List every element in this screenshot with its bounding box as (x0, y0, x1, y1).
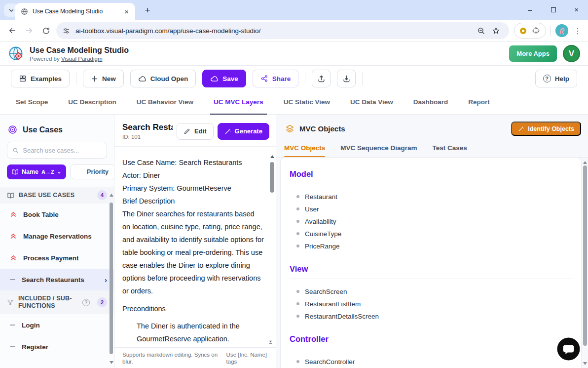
user-avatar[interactable]: V (563, 45, 580, 62)
visual-paradigm-link[interactable]: Visual Paradigm (61, 56, 103, 62)
forward-button[interactable] (21, 22, 37, 39)
description-line: Actor: Diner (122, 169, 264, 182)
high-priority-icon (10, 254, 17, 261)
use-case-id: ID: 101 (122, 134, 173, 140)
use-case-item-search-restaurants[interactable]: Search Restaurants › (0, 269, 114, 290)
controller-object-list: SearchController LocationService Restaur… (290, 356, 572, 368)
new-tab-button[interactable]: + (141, 4, 154, 17)
identify-objects-button[interactable]: Identify Objects (511, 122, 581, 136)
tab-dashboard[interactable]: Dashboard (413, 98, 448, 114)
zoom-button[interactable] (474, 23, 488, 38)
target-icon (8, 125, 17, 134)
share-button[interactable]: Share (253, 70, 299, 87)
search-box[interactable] (7, 142, 107, 159)
back-button[interactable] (4, 22, 21, 39)
mvc-objects-panel: MVC Objects Identify Objects MVC Objects… (276, 115, 588, 368)
scroll-to-bottom-button[interactable] (268, 339, 273, 345)
window-minimize-button[interactable]: – (518, 0, 542, 20)
included-subfunctions-header[interactable]: INCLUDED / SUB-FUNCTIONS ? 2 (0, 290, 114, 314)
use-case-description-editor[interactable]: Use Case Name: Search Restaurants Actor:… (114, 154, 268, 347)
scroll-up-icon[interactable] (583, 161, 587, 164)
magic-wand-icon (518, 125, 524, 132)
use-case-item-register[interactable]: Register (0, 336, 114, 358)
url-bar[interactable]: ai-toolbox.visual-paradigm.com/app/use-c… (56, 22, 509, 39)
tab-report[interactable]: Report (468, 98, 490, 114)
reload-button[interactable] (37, 22, 54, 39)
search-icon (12, 147, 19, 154)
download-button[interactable] (337, 70, 356, 87)
window-maximize-button[interactable] (542, 0, 565, 20)
sort-by-name-button[interactable]: Name A→Z ⌄ (7, 164, 66, 179)
use-case-item-login[interactable]: Login (0, 314, 114, 336)
tab-close-icon[interactable]: × (123, 7, 130, 16)
scroll-down-icon[interactable] (110, 361, 113, 364)
search-input[interactable] (23, 147, 102, 154)
section-divider (290, 279, 572, 279)
use-case-detail-panel: Search Resta ID: 101 Edit Generate Use C… (114, 115, 276, 368)
bookmark-button[interactable] (488, 23, 503, 38)
use-case-label: Process Payment (23, 254, 79, 262)
tab-set-scope[interactable]: Set Scope (16, 98, 48, 114)
tab-mvc-sequence-diagram[interactable]: MVC Sequence Diagram (340, 141, 417, 157)
precondition-item: The Diner is authenticated in the Gourme… (122, 320, 264, 345)
chevron-right-icon: › (105, 276, 107, 284)
tab-mvc-objects[interactable]: MVC Objects (284, 141, 325, 157)
scrollbar-thumb[interactable] (270, 162, 274, 193)
base-use-cases-header[interactable]: BASE USE CASES 4 (0, 187, 114, 204)
chat-widget-button[interactable] (557, 337, 580, 361)
scrollbar-thumb[interactable] (583, 165, 587, 346)
identify-objects-label: Identify Objects (528, 125, 574, 132)
share-icon (260, 75, 268, 82)
tab-uc-data-view[interactable]: UC Data View (350, 98, 393, 114)
download-icon (342, 75, 351, 83)
mvc-objects-card: Model Restaurant User Availability Cuisi… (280, 157, 582, 368)
browser-tab[interactable]: Use Case Modeling Studio × (15, 3, 135, 20)
extension-badge-icon[interactable] (520, 28, 526, 34)
high-priority-icon (10, 233, 17, 240)
description-scrollbar[interactable] (268, 154, 276, 347)
mvc-scrollbar[interactable] (583, 157, 588, 368)
magic-wand-icon (224, 128, 231, 135)
controller-section-heading: Controller (290, 334, 572, 344)
sort-by-priority-button[interactable]: Priority (70, 164, 114, 179)
window-close-button[interactable]: × (565, 0, 588, 20)
powered-by-text: Powered by (30, 56, 60, 62)
new-label: New (102, 75, 116, 82)
tab-test-cases[interactable]: Test Cases (433, 141, 467, 157)
scroll-down-icon[interactable] (583, 362, 587, 365)
mvc-tabs: MVC Objects MVC Sequence Diagram Test Ca… (276, 141, 588, 158)
use-case-item-manage-reservations[interactable]: Manage Reservations (0, 225, 114, 247)
browser-menu-button[interactable]: ⋮ (571, 26, 584, 36)
browser-profile-avatar[interactable] (555, 24, 568, 37)
tab-uc-description[interactable]: UC Description (68, 98, 116, 114)
new-button[interactable]: New (83, 70, 124, 87)
question-circle-icon[interactable]: ? (82, 299, 90, 306)
sidebar-scrollbar[interactable] (110, 190, 113, 367)
save-button[interactable]: Save (202, 70, 246, 87)
sort-name-label: Name (22, 168, 38, 175)
included-section-label: INCLUDED / SUB-FUNCTIONS (18, 295, 74, 310)
scroll-up-icon[interactable] (110, 194, 113, 197)
generate-button[interactable]: Generate (218, 123, 269, 140)
included-section-badge: 2 (97, 297, 107, 307)
scrollbar-thumb[interactable] (110, 203, 113, 354)
use-case-label: Search Restaurants (22, 276, 84, 284)
extensions-area[interactable] (514, 23, 546, 39)
model-section-heading: Model (290, 169, 572, 179)
help-button[interactable]: ? Help (535, 70, 577, 87)
preconditions-heading: Preconditions (122, 302, 264, 315)
layers-icon (285, 124, 294, 133)
tab-uc-static-view[interactable]: UC Static View (284, 98, 330, 114)
puzzle-icon[interactable] (532, 27, 540, 35)
edit-button[interactable]: Edit (177, 123, 214, 140)
scroll-up-icon[interactable] (270, 155, 274, 158)
use-case-item-book-table[interactable]: Book Table (0, 204, 114, 225)
cloud-open-button[interactable]: Cloud Open (130, 70, 196, 87)
use-case-item-process-payment[interactable]: Process Payment (0, 247, 114, 269)
export-button[interactable] (312, 70, 331, 87)
more-apps-button[interactable]: More Apps (509, 45, 557, 62)
examples-button[interactable]: Examples (11, 70, 70, 87)
help-icon: ? (543, 75, 551, 82)
tab-uc-mvc-layers[interactable]: UC MVC Layers (214, 98, 263, 114)
tab-uc-behavior-view[interactable]: UC Behavior View (137, 98, 193, 114)
